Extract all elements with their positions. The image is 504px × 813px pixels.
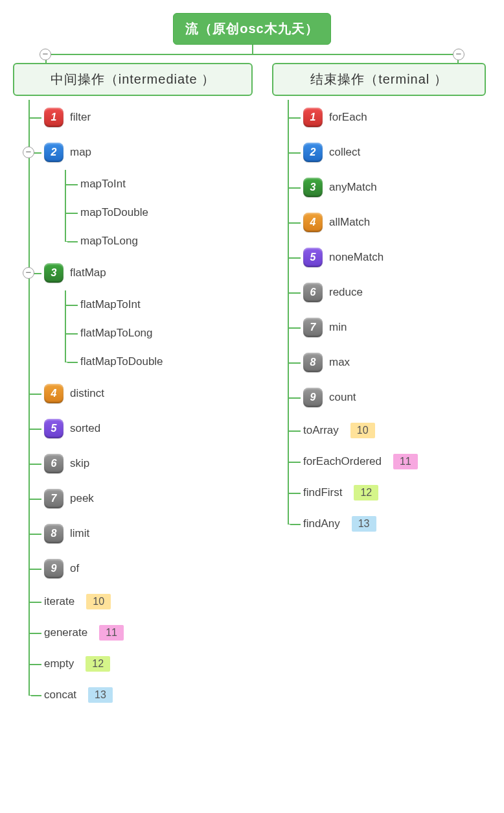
node-nonematch[interactable]: 5 noneMatch [289,240,486,275]
node-label: of [70,562,79,575]
node-map[interactable]: − 2 map [30,135,253,170]
badge-icon: 8 [303,353,323,372]
node-foreachordered[interactable]: forEachOrdered 11 [289,446,486,477]
node-label: allMatch [329,216,370,229]
group-terminal-title: 结束操作（terminal ） [310,72,448,86]
node-label: peek [70,492,94,505]
tag-icon: 10 [86,594,111,609]
node-label: distinct [70,387,104,400]
tree-intermediate: 1 filter − 2 map mapToInt mapToDouble ma… [29,100,253,711]
tag-icon: 12 [86,656,110,672]
node-of[interactable]: 9 of [30,551,253,586]
node-collect[interactable]: 2 collect [289,135,486,170]
node-sorted[interactable]: 5 sorted [30,411,253,446]
node-label: filter [70,111,91,124]
group-terminal-header[interactable]: 结束操作（terminal ） [272,63,486,96]
group-intermediate-title: 中间操作（intermediate ） [51,72,216,86]
node-filter[interactable]: 1 filter [30,100,253,135]
node-label: anyMatch [329,181,377,194]
node-flatmaptoint[interactable]: flatMapToInt [66,290,253,319]
root-title: 流（原创osc木九天） [185,21,318,36]
tag-icon: 13 [352,516,376,532]
node-foreach[interactable]: 1 forEach [289,100,486,135]
collapse-toggle-terminal[interactable]: − [453,49,464,60]
tag-icon: 12 [354,485,378,501]
node-label: flatMapToDouble [80,355,163,368]
node-findfirst[interactable]: findFirst 12 [289,477,486,508]
node-maptodouble[interactable]: mapToDouble [66,198,253,227]
tree-terminal: 1 forEach 2 collect 3 anyMatch 4 allMatc… [288,100,486,539]
badge-icon: 7 [303,318,323,337]
node-label: flatMap [70,266,106,279]
node-count[interactable]: 9 count [289,380,486,415]
node-maptolong[interactable]: mapToLong [66,227,253,255]
group-intermediate-header[interactable]: 中间操作（intermediate ） [13,63,253,96]
node-label: forEachOrdered [303,455,382,468]
node-label: noneMatch [329,251,384,264]
badge-icon: 6 [303,283,323,302]
badge-icon: 2 [303,143,323,162]
node-generate[interactable]: generate 11 [30,617,253,648]
node-label: findAny [303,517,340,530]
node-label: flatMapToLong [80,327,153,340]
badge-icon: 4 [303,213,323,232]
tag-icon: 10 [350,423,375,438]
node-flatmap[interactable]: − 3 flatMap [30,255,253,290]
node-label: iterate [44,595,74,608]
node-label: findFirst [303,486,342,499]
node-flatmaptodouble[interactable]: flatMapToDouble [66,348,253,376]
badge-icon: 6 [44,454,63,473]
node-peek[interactable]: 7 peek [30,481,253,516]
node-anymatch[interactable]: 3 anyMatch [289,170,486,205]
badge-icon: 4 [44,384,63,403]
subtree-map: mapToInt mapToDouble mapToLong [65,170,253,255]
node-flatmaptolong[interactable]: flatMapToLong [66,319,253,348]
node-reduce[interactable]: 6 reduce [289,275,486,310]
badge-icon: 5 [303,248,323,267]
badge-icon: 5 [44,419,63,438]
subtree-flatmap: flatMapToInt flatMapToLong flatMapToDoub… [65,290,253,376]
badge-icon: 1 [303,108,323,127]
collapse-toggle-flatmap[interactable]: − [23,267,34,279]
node-label: empty [44,657,74,670]
node-concat[interactable]: concat 13 [30,679,253,711]
node-label: reduce [329,286,363,299]
badge-icon: 8 [44,524,63,543]
node-limit[interactable]: 8 limit [30,516,253,551]
node-iterate[interactable]: iterate 10 [30,586,253,617]
badge-icon: 3 [44,263,63,283]
badge-icon: 9 [44,559,63,578]
badge-icon: 2 [44,143,63,162]
node-label: count [329,391,356,404]
node-label: skip [70,457,89,470]
node-label: sorted [70,422,100,435]
node-label: min [329,321,347,334]
collapse-toggle-map[interactable]: − [23,147,34,158]
node-max[interactable]: 8 max [289,345,486,380]
node-label: forEach [329,111,367,124]
node-findany[interactable]: findAny 13 [289,508,486,539]
node-label: generate [44,626,87,639]
tag-icon: 13 [88,687,113,703]
badge-icon: 9 [303,388,323,407]
badge-icon: 1 [44,108,63,127]
node-label: flatMapToInt [80,298,141,311]
root-connector: − − [13,45,491,63]
node-distinct[interactable]: 4 distinct [30,376,253,411]
node-label: map [70,146,91,159]
tag-icon: 11 [99,625,124,641]
badge-icon: 3 [303,178,323,197]
node-label: mapToDouble [80,206,148,219]
node-toarray[interactable]: toArray 10 [289,415,486,446]
node-min[interactable]: 7 min [289,310,486,345]
root-node[interactable]: 流（原创osc木九天） [173,13,330,45]
node-empty[interactable]: empty 12 [30,648,253,679]
collapse-toggle-intermediate[interactable]: − [40,49,51,60]
node-label: concat [44,689,76,701]
node-allmatch[interactable]: 4 allMatch [289,205,486,240]
node-maptoint[interactable]: mapToInt [66,170,253,198]
node-skip[interactable]: 6 skip [30,446,253,481]
node-label: mapToInt [80,178,126,191]
node-label: collect [329,146,360,159]
node-label: toArray [303,424,339,437]
